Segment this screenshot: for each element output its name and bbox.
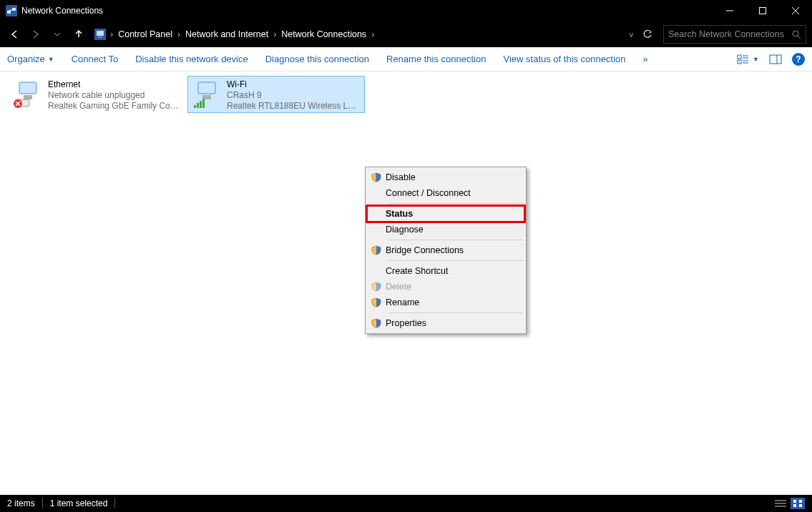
shield-icon <box>367 297 386 307</box>
search-icon[interactable] <box>791 29 801 39</box>
app-icon <box>6 5 17 16</box>
svg-point-11 <box>793 31 798 36</box>
svg-line-12 <box>798 36 801 39</box>
svg-rect-35 <box>799 500 802 503</box>
history-dropdown-icon[interactable]: v <box>627 31 636 39</box>
chevron-right-icon: › <box>370 29 376 39</box>
menu-delete: Delete <box>367 279 524 295</box>
chevron-down-icon[interactable]: ▼ <box>753 56 759 63</box>
menu-create-shortcut[interactable]: Create Shortcut <box>367 263 524 279</box>
adapter-text: Ethernet Network cable unplugged Realtek… <box>48 79 181 112</box>
statusbar: 2 items 1 item selected <box>0 495 812 512</box>
addressbar: › Control Panel › Network and Internet ›… <box>0 21 812 47</box>
chevron-right-icon: › <box>109 29 114 39</box>
adapter-wifi[interactable]: Wi-Fi CRasH 9 Realtek RTL8188EU Wireless… <box>187 76 365 113</box>
maximize-button[interactable] <box>746 0 779 21</box>
chevron-right-icon: › <box>176 29 182 39</box>
breadcrumb-item[interactable]: Network and Internet <box>182 29 272 39</box>
titlebar: Network Connections <box>0 0 812 21</box>
help-button[interactable]: ? <box>792 53 805 66</box>
svg-rect-37 <box>799 504 802 507</box>
menu-separator <box>388 203 523 204</box>
connect-to-button[interactable]: Connect To <box>72 54 119 64</box>
menu-separator <box>388 260 523 261</box>
menu-diagnose[interactable]: Diagnose <box>367 222 524 237</box>
menu-separator <box>388 240 523 240</box>
adapter-ethernet[interactable]: Ethernet Network cable unplugged Realtek… <box>9 76 186 113</box>
svg-rect-5 <box>760 8 766 14</box>
separator <box>42 498 43 508</box>
forward-button[interactable] <box>27 26 44 43</box>
control-panel-icon <box>94 29 106 40</box>
menu-separator <box>388 312 523 313</box>
search-input[interactable] <box>668 29 791 39</box>
rename-button[interactable]: Rename this connection <box>386 54 486 64</box>
chevron-right-icon: › <box>272 29 278 39</box>
breadcrumb[interactable]: › Control Panel › Network and Internet ›… <box>92 25 659 44</box>
svg-rect-22 <box>24 95 32 99</box>
svg-rect-13 <box>738 55 741 59</box>
organize-menu[interactable]: Organize▼ <box>7 54 54 64</box>
menu-status[interactable]: Status <box>367 206 524 222</box>
back-button[interactable] <box>6 26 23 43</box>
svg-rect-19 <box>770 55 781 64</box>
adapter-status: Network cable unplugged <box>48 90 181 101</box>
recent-dropdown[interactable] <box>49 26 66 43</box>
svg-rect-25 <box>198 82 215 94</box>
status-item-count: 2 items <box>7 498 35 508</box>
adapter-text: Wi-Fi CRasH 9 Realtek RTL8188EU Wireless… <box>227 79 360 112</box>
view-status-button[interactable]: View status of this connection <box>503 54 625 64</box>
preview-pane-button[interactable] <box>769 53 782 66</box>
svg-rect-16 <box>738 60 741 64</box>
minimize-button[interactable] <box>713 0 746 21</box>
up-button[interactable] <box>70 26 87 43</box>
wifi-icon <box>192 79 222 109</box>
refresh-button[interactable] <box>639 26 656 43</box>
adapter-name: Ethernet <box>48 79 181 90</box>
close-button[interactable] <box>779 0 812 21</box>
adapter-name: Wi-Fi <box>227 79 360 90</box>
shield-icon <box>367 282 386 292</box>
large-icons-view-button[interactable] <box>791 498 805 509</box>
menu-rename[interactable]: Rename <box>367 295 524 310</box>
breadcrumb-item[interactable]: Control Panel <box>114 29 176 39</box>
window-title: Network Connections <box>21 6 103 16</box>
shield-icon <box>367 172 386 182</box>
svg-rect-10 <box>98 36 102 38</box>
adapter-status: CRasH 9 <box>227 90 360 101</box>
adapter-device: Realtek Gaming GbE Family Contr... <box>48 101 181 112</box>
status-selected-count: 1 item selected <box>50 498 108 508</box>
shield-icon <box>367 318 386 328</box>
svg-rect-21 <box>19 82 36 94</box>
svg-rect-30 <box>202 99 205 108</box>
window: Network Connections › Control Panel › Ne… <box>0 0 812 512</box>
overflow-button[interactable]: » <box>643 54 648 64</box>
svg-rect-27 <box>194 105 196 108</box>
svg-rect-29 <box>200 101 202 108</box>
menu-connect-disconnect[interactable]: Connect / Disconnect <box>367 185 524 201</box>
disable-device-button[interactable]: Disable this network device <box>135 54 248 64</box>
content-area[interactable]: Ethernet Network cable unplugged Realtek… <box>0 72 812 495</box>
details-view-button[interactable] <box>773 498 788 509</box>
svg-rect-9 <box>97 31 104 36</box>
menu-bridge[interactable]: Bridge Connections <box>367 242 524 258</box>
diagnose-button[interactable]: Diagnose this connection <box>265 54 369 64</box>
menu-disable[interactable]: Disable <box>367 169 524 185</box>
breadcrumb-item[interactable]: Network Connections <box>278 29 370 39</box>
separator <box>114 498 115 508</box>
view-options-button[interactable] <box>737 53 750 66</box>
command-bar: Organize▼ Connect To Disable this networ… <box>0 47 812 72</box>
shield-icon <box>367 245 386 255</box>
svg-rect-28 <box>197 103 199 108</box>
menu-properties[interactable]: Properties <box>367 315 524 331</box>
svg-rect-1 <box>7 11 11 14</box>
context-menu: Disable Connect / Disconnect Status Diag… <box>365 167 527 334</box>
ethernet-icon <box>14 79 44 109</box>
svg-rect-36 <box>793 504 796 507</box>
adapter-device: Realtek RTL8188EU Wireless LAN 8.. <box>227 101 360 112</box>
svg-rect-34 <box>793 500 796 503</box>
search-box[interactable] <box>663 25 806 44</box>
